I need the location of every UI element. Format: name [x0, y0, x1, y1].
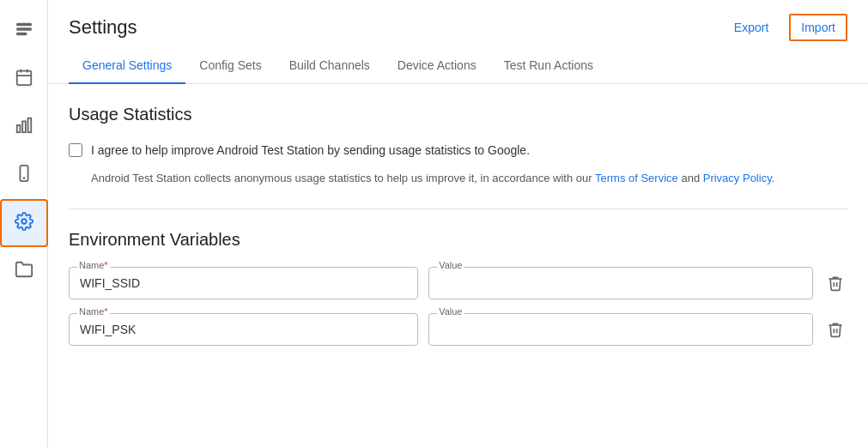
settings-icon — [15, 212, 33, 235]
tab-config-sets[interactable]: Config Sets — [185, 48, 275, 84]
env-name-field-1: Name* — [69, 267, 418, 299]
usage-checkbox-label: I agree to help improve Android Test Sta… — [91, 142, 530, 160]
required-indicator-1: * — [104, 260, 107, 270]
info-text-middle: and — [678, 172, 703, 184]
env-name-field-2: Name* — [69, 313, 418, 346]
required-indicator-2: * — [104, 306, 107, 317]
sidebar — [0, 0, 48, 447]
env-value-input-2[interactable] — [428, 313, 813, 346]
trash-icon-2 — [827, 321, 844, 338]
tab-build-channels[interactable]: Build Channels — [276, 48, 384, 84]
usage-info-text: Android Test Station collects anonymous … — [91, 170, 847, 188]
trash-icon-1 — [827, 275, 844, 292]
main-content: Settings Export Import General Settings … — [48, 0, 868, 447]
env-name-label-2: Name* — [77, 306, 110, 317]
sidebar-item-device[interactable] — [0, 151, 48, 199]
sidebar-item-settings[interactable] — [0, 199, 48, 247]
sidebar-item-tasks[interactable] — [0, 7, 48, 55]
import-button[interactable]: Import — [789, 14, 847, 41]
tab-test-run-actions[interactable]: Test Run Actions — [490, 48, 607, 84]
usage-statistics-title: Usage Statistics — [69, 105, 847, 124]
svg-rect-8 — [22, 121, 26, 132]
svg-rect-7 — [16, 125, 20, 132]
svg-rect-0 — [16, 23, 31, 25]
page-title: Settings — [69, 16, 137, 39]
svg-point-12 — [21, 219, 27, 224]
env-name-input-1[interactable] — [69, 267, 418, 299]
svg-rect-3 — [16, 70, 31, 85]
env-row-2: Name* Value — [69, 313, 847, 346]
terms-of-service-link[interactable]: Terms of Service — [595, 172, 678, 184]
env-variables-title: Environment Variables — [69, 230, 847, 250]
env-value-label-2: Value — [437, 306, 464, 317]
svg-rect-9 — [27, 118, 31, 132]
sidebar-item-folder[interactable] — [0, 247, 48, 295]
privacy-policy-link[interactable]: Privacy Policy — [703, 172, 772, 184]
env-value-field-2: Value — [428, 313, 813, 346]
info-text-before: Android Test Station collects anonymous … — [91, 172, 595, 184]
sidebar-item-analytics[interactable] — [0, 103, 48, 151]
svg-rect-1 — [16, 28, 31, 30]
content-area: Usage Statistics I agree to help improve… — [48, 84, 868, 447]
env-value-field-1: Value — [428, 267, 813, 299]
info-text-after: . — [772, 172, 775, 184]
export-button[interactable]: Export — [724, 15, 779, 39]
page-header: Settings Export Import — [48, 0, 868, 48]
delete-row-2-button[interactable] — [823, 317, 847, 341]
analytics-icon — [15, 116, 33, 139]
usage-checkbox-row: I agree to help improve Android Test Sta… — [69, 142, 847, 160]
delete-row-1-button[interactable] — [823, 271, 847, 295]
env-name-input-2[interactable] — [69, 313, 418, 346]
device-icon — [15, 164, 33, 187]
env-name-label-1: Name* — [77, 260, 110, 270]
env-row-1: Name* Value — [69, 267, 847, 299]
env-value-input-1[interactable] — [428, 267, 813, 299]
svg-rect-2 — [16, 33, 26, 34]
header-actions: Export Import — [724, 14, 847, 41]
section-divider — [69, 208, 847, 209]
tab-general-settings[interactable]: General Settings — [69, 48, 185, 84]
folder-icon — [15, 260, 33, 283]
usage-checkbox[interactable] — [69, 143, 82, 157]
calendar-icon — [15, 68, 33, 91]
env-value-label-1: Value — [437, 260, 464, 270]
tab-device-actions[interactable]: Device Actions — [384, 48, 490, 84]
sidebar-item-calendar[interactable] — [0, 55, 48, 103]
tabs-bar: General Settings Config Sets Build Chann… — [48, 48, 868, 84]
tasks-icon — [15, 20, 33, 43]
